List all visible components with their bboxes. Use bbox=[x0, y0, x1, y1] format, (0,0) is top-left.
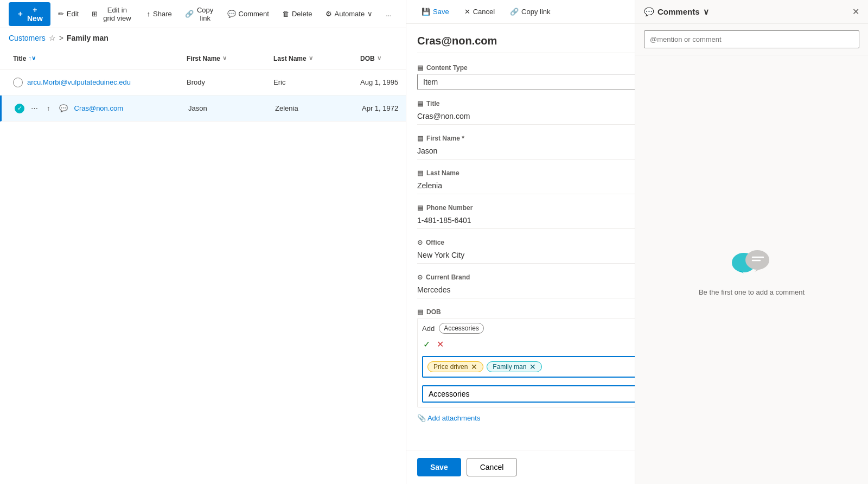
cell-dob-2: Apr 1, 1972 bbox=[358, 104, 406, 112]
breadcrumb-current: Family man bbox=[67, 34, 108, 42]
filter-icon: ∨ bbox=[222, 55, 227, 62]
new-button[interactable]: ＋ + New bbox=[9, 2, 50, 26]
tag-price-driven[interactable]: Price driven ✕ bbox=[427, 361, 483, 372]
empty-comment-illustration bbox=[727, 244, 776, 282]
confirm-cancel-button[interactable]: ✕ bbox=[436, 338, 445, 351]
table-body: arcu.Morbi@vulputateduinec.edu Brody Eri… bbox=[0, 69, 406, 484]
field-icon-office: ⊙ bbox=[417, 239, 423, 246]
share-row-icon[interactable]: ↑ bbox=[44, 103, 53, 113]
breadcrumb: Customers ☆ > Family man bbox=[0, 28, 406, 48]
edit-grid-button[interactable]: ⊞ Edit in grid view bbox=[86, 3, 139, 26]
comments-header: 💬 Comments ∨ ✕ bbox=[635, 0, 868, 24]
delete-label: Delete bbox=[292, 10, 312, 18]
form-cancel-button[interactable]: ✕ Cancel bbox=[460, 5, 499, 18]
chat-icon: 💬 bbox=[644, 7, 654, 17]
form-cancel-label: Cancel bbox=[473, 8, 495, 16]
tag-family-man[interactable]: Family man ✕ bbox=[487, 361, 542, 372]
comments-input[interactable] bbox=[644, 30, 859, 48]
save-form-button[interactable]: Save bbox=[417, 458, 461, 476]
comment-label: Comment bbox=[239, 10, 269, 18]
left-panel: ＋ + New ✏ Edit ⊞ Edit in grid view ↑ Sha… bbox=[0, 0, 406, 484]
close-comments-button[interactable]: ✕ bbox=[852, 7, 859, 17]
comments-empty: Be the first one to add a comment bbox=[635, 55, 868, 484]
cell-firstname-2: Jason bbox=[184, 104, 271, 112]
filter-icon-3: ∨ bbox=[377, 55, 381, 62]
edit-button[interactable]: ✏ Edit bbox=[53, 7, 84, 21]
comment-icon: 💬 bbox=[227, 10, 236, 18]
copy-link-button[interactable]: 🔗 Copy link bbox=[180, 3, 220, 26]
empty-comment-text: Be the first one to add a comment bbox=[699, 288, 805, 296]
copy-link-label: Copy link bbox=[196, 6, 214, 22]
comments-input-area bbox=[635, 24, 868, 55]
confirm-check-button[interactable]: ✓ bbox=[422, 338, 431, 351]
col-lastname[interactable]: Last Name ∨ bbox=[269, 53, 356, 65]
comments-title: 💬 Comments ∨ bbox=[644, 7, 709, 17]
toolbar: ＋ + New ✏ Edit ⊞ Edit in grid view ↑ Sha… bbox=[0, 0, 406, 28]
filter-icon-2: ∨ bbox=[309, 55, 313, 62]
comment-row-icon[interactable]: 💬 bbox=[57, 103, 70, 113]
table-header: Title ↑∨ First Name ∨ Last Name ∨ DOB ∨ bbox=[0, 48, 406, 69]
sort-icon: ↑∨ bbox=[28, 55, 36, 62]
tag-family-close[interactable]: ✕ bbox=[529, 363, 536, 371]
add-attachments-button[interactable]: 📎 Add attachments bbox=[417, 412, 480, 424]
comment-button[interactable]: 💬 Comment bbox=[222, 7, 275, 21]
cell-title-2: ⋯ ↑ 💬 Cras@non.com bbox=[10, 103, 184, 113]
grid-icon: ⊞ bbox=[92, 10, 98, 18]
automate-icon: ⚙ bbox=[326, 10, 332, 18]
col-title[interactable]: Title ↑∨ bbox=[9, 53, 182, 65]
cell-lastname-2: Zelenia bbox=[271, 104, 358, 112]
field-icon-firstname: ▤ bbox=[417, 135, 423, 142]
cell-lastname-1: Eric bbox=[269, 78, 356, 86]
form-copy-link-button[interactable]: 🔗 Copy link bbox=[506, 5, 554, 18]
row-link-2[interactable]: Cras@non.com bbox=[74, 104, 124, 112]
delete-button[interactable]: 🗑 Delete bbox=[277, 7, 318, 21]
row-indicator-1 bbox=[13, 78, 23, 87]
table-row-selected[interactable]: ⋯ ↑ 💬 Cras@non.com Jason Zelenia Apr 1, … bbox=[0, 95, 406, 122]
tag-price-close[interactable]: ✕ bbox=[471, 363, 477, 371]
selected-check-icon bbox=[15, 104, 24, 113]
dob-add-label: Add bbox=[422, 324, 435, 333]
automate-label: Automate bbox=[335, 10, 365, 18]
cancel-icon: ✕ bbox=[464, 8, 470, 16]
share-label: Share bbox=[153, 10, 172, 18]
cell-firstname-1: Brody bbox=[182, 78, 269, 86]
cell-title-1: arcu.Morbi@vulputateduinec.edu bbox=[9, 78, 182, 87]
edit-label: Edit bbox=[67, 10, 79, 18]
field-icon-lastname: ▤ bbox=[417, 169, 423, 177]
form-save-label: Save bbox=[433, 8, 449, 16]
field-icon-dob: ▤ bbox=[417, 308, 423, 316]
plus-icon: ＋ bbox=[16, 9, 24, 19]
row-link-1[interactable]: arcu.Morbi@vulputateduinec.edu bbox=[27, 78, 131, 86]
breadcrumb-parent[interactable]: Customers bbox=[9, 34, 46, 42]
field-icon-content-type: ▤ bbox=[417, 64, 423, 72]
table-row[interactable]: arcu.Morbi@vulputateduinec.edu Brody Eri… bbox=[0, 69, 406, 95]
trash-icon: 🗑 bbox=[282, 10, 289, 18]
chevron-down-comments[interactable]: ∨ bbox=[703, 7, 709, 17]
cancel-form-button[interactable]: Cancel bbox=[467, 458, 518, 476]
cell-dob-1: Aug 1, 1995 bbox=[356, 78, 406, 86]
edit-grid-label: Edit in grid view bbox=[100, 6, 133, 22]
field-icon-phone: ▤ bbox=[417, 204, 423, 212]
attach-icon: 📎 bbox=[417, 414, 426, 422]
copy-link-icon: 🔗 bbox=[510, 8, 519, 16]
more-label: ... bbox=[386, 10, 392, 18]
automate-button[interactable]: ⚙ Automate ∨ bbox=[320, 7, 379, 21]
edit-icon: ✏ bbox=[58, 10, 64, 18]
col-firstname[interactable]: First Name ∨ bbox=[182, 53, 269, 65]
field-icon-brand: ⊙ bbox=[417, 273, 423, 281]
form-save-button[interactable]: 💾 Save bbox=[417, 5, 454, 18]
form-copy-link-label: Copy link bbox=[521, 8, 550, 16]
dob-tag-accessories: Accessories bbox=[439, 323, 484, 334]
comments-panel: 💬 Comments ∨ ✕ Be the first one to add a… bbox=[635, 0, 868, 484]
new-label: + New bbox=[27, 5, 43, 23]
share-button[interactable]: ↑ Share bbox=[142, 7, 177, 21]
star-icon: ☆ bbox=[49, 34, 56, 42]
link-icon: 🔗 bbox=[185, 10, 194, 18]
save-icon: 💾 bbox=[422, 8, 430, 16]
share-icon: ↑ bbox=[147, 10, 151, 18]
more-button[interactable]: ... bbox=[380, 7, 397, 21]
field-icon-title: ▤ bbox=[417, 100, 423, 107]
content-type-value: Item bbox=[423, 78, 438, 86]
chevron-down-icon: ∨ bbox=[367, 10, 373, 18]
row-menu-icon[interactable]: ⋯ bbox=[29, 103, 40, 113]
